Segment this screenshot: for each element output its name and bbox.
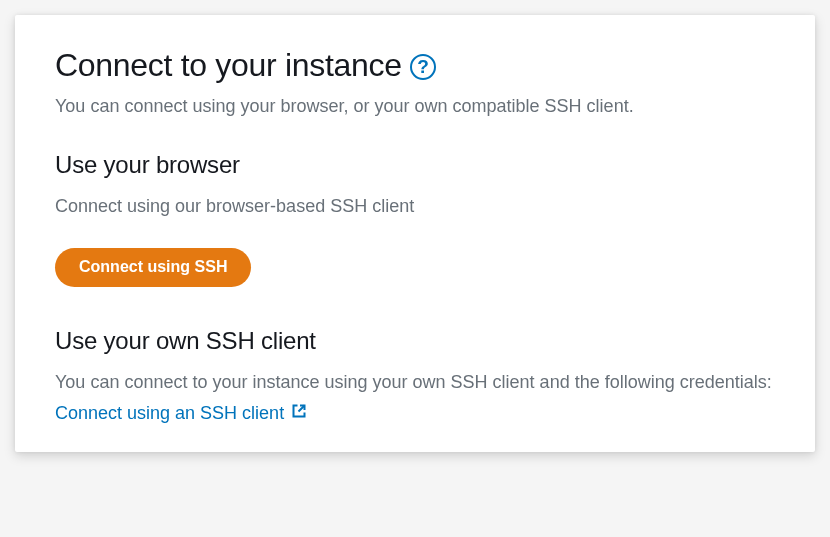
- section-browser-description: Connect using our browser-based SSH clie…: [55, 193, 775, 220]
- help-icon[interactable]: ?: [410, 54, 436, 80]
- section-own-client-heading: Use your own SSH client: [55, 327, 775, 355]
- external-link-icon: [291, 403, 307, 424]
- connect-ssh-client-link[interactable]: Connect using an SSH client: [55, 403, 307, 424]
- section-own-client-description: You can connect to your instance using y…: [55, 369, 775, 397]
- page-title-text: Connect to your instance: [55, 47, 402, 84]
- connect-ssh-button[interactable]: Connect using SSH: [55, 248, 251, 287]
- page-title: Connect to your instance ?: [55, 47, 775, 84]
- connect-ssh-client-link-label: Connect using an SSH client: [55, 403, 284, 424]
- section-browser-heading: Use your browser: [55, 151, 775, 179]
- page-subtitle: You can connect using your browser, or y…: [55, 94, 775, 119]
- connect-instance-panel: Connect to your instance ? You can conne…: [15, 15, 815, 452]
